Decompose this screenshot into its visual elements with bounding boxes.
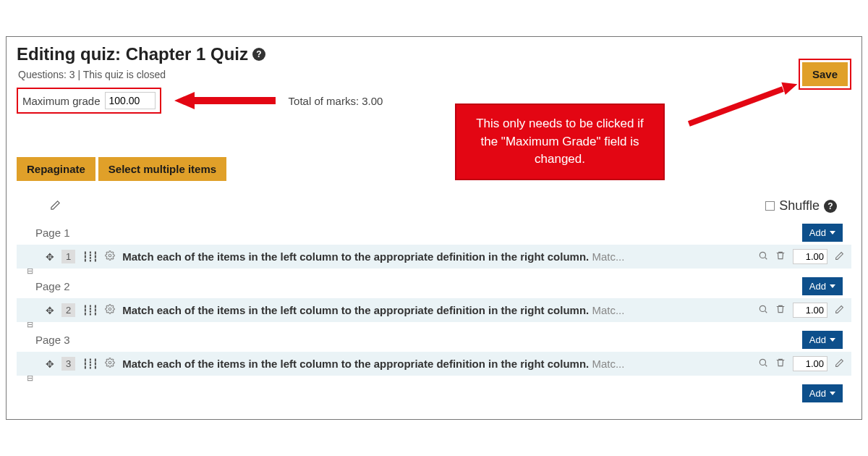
move-icon[interactable]: ✥ (46, 358, 54, 370)
question-number: 2 (61, 303, 75, 317)
question-row-actions (758, 356, 844, 371)
page-header: Page 3Add (17, 328, 851, 352)
question-text[interactable]: Match each of the items in the left colu… (122, 304, 751, 316)
page-title: Editing quiz: Chapter 1 Quiz (17, 44, 248, 64)
shuffle-checkbox[interactable] (765, 201, 775, 211)
svg-marker-0 (174, 92, 276, 109)
chevron-down-icon (830, 392, 835, 395)
pencil-icon[interactable] (835, 358, 844, 370)
repaginate-button[interactable]: Repaginate (17, 157, 95, 181)
save-button[interactable]: Save (802, 62, 848, 86)
max-grade-input[interactable] (105, 92, 156, 109)
add-button[interactable]: Add (802, 331, 843, 349)
add-button[interactable]: Add (802, 384, 843, 402)
annotation-callout: This only needs to be clicked if the "Ma… (455, 104, 665, 180)
pagebreak-icon[interactable]: ⊟ (27, 266, 33, 276)
mark-input[interactable] (793, 303, 827, 318)
total-marks: Total of marks: 3.00 (289, 95, 383, 107)
delete-icon[interactable] (775, 250, 786, 263)
question-row: ✥2┇┋┇Match each of the items in the left… (17, 298, 851, 322)
shuffle-group: Shuffle ? (765, 198, 837, 214)
max-grade-label: Maximum grade (22, 95, 101, 107)
gear-icon[interactable] (105, 358, 115, 370)
question-text[interactable]: Match each of the items in the left colu… (122, 250, 751, 263)
svg-point-7 (760, 359, 765, 365)
pagebreak-icon[interactable]: ⊟ (27, 373, 33, 383)
pencil-icon[interactable] (835, 251, 844, 263)
pencil-icon[interactable] (50, 200, 61, 213)
toolbar: Shuffle ? (17, 198, 851, 214)
page-header: Page 2Add (17, 274, 851, 298)
gear-icon[interactable] (105, 304, 115, 316)
select-multiple-button[interactable]: Select multiple items (98, 157, 226, 181)
svg-point-2 (109, 254, 111, 257)
chevron-down-icon (830, 231, 835, 235)
page-block: Page 1Add✥1┇┋┇Match each of the items in… (17, 221, 851, 269)
svg-point-4 (109, 308, 111, 311)
page-label: Page 3 (35, 334, 70, 346)
preview-icon[interactable] (758, 304, 768, 316)
save-highlight: Save (799, 59, 851, 90)
page-header: Page 1Add (17, 221, 851, 245)
question-row: ✥3┇┋┇Match each of the items in the left… (17, 352, 851, 376)
question-number: 1 (61, 250, 75, 263)
question-row-actions (758, 303, 844, 318)
delete-icon[interactable] (775, 304, 786, 316)
quiz-status: Questions: 3 | This quiz is closed (17, 69, 851, 80)
gear-icon[interactable] (105, 250, 115, 263)
svg-point-5 (760, 305, 765, 311)
page-label: Page 2 (35, 280, 70, 292)
question-text[interactable]: Match each of the items in the left colu… (122, 358, 751, 370)
title-row: Editing quiz: Chapter 1 Quiz ? (17, 44, 851, 64)
page-block: Page 3Add✥3┇┋┇Match each of the items in… (17, 328, 851, 376)
matching-type-icon: ┇┋┇ (82, 251, 98, 262)
final-add-row: Add (17, 381, 851, 402)
top-row: Maximum grade Total of marks: 3.00 (17, 88, 851, 114)
annotation-arrow-left (174, 92, 276, 109)
annotation-arrow-right (661, 109, 827, 138)
svg-point-3 (760, 252, 765, 258)
action-buttons: Repaginate Select multiple items (17, 157, 851, 181)
shuffle-label: Shuffle (779, 198, 820, 214)
add-button[interactable]: Add (802, 277, 843, 295)
pagebreak-icon[interactable]: ⊟ (27, 320, 33, 329)
chevron-down-icon (830, 284, 835, 288)
quiz-edit-frame: Editing quiz: Chapter 1 Quiz ? Questions… (6, 36, 862, 420)
question-row-actions (758, 249, 844, 264)
pencil-icon[interactable] (835, 305, 844, 316)
move-icon[interactable]: ✥ (46, 305, 54, 316)
delete-icon[interactable] (775, 358, 786, 370)
matching-type-icon: ┇┋┇ (82, 305, 98, 316)
page-block: Page 2Add✥2┇┋┇Match each of the items in… (17, 274, 851, 322)
matching-type-icon: ┇┋┇ (82, 358, 98, 369)
mark-input[interactable] (793, 249, 827, 264)
page-label: Page 1 (35, 227, 70, 239)
add-button[interactable]: Add (802, 224, 843, 242)
question-row: ✥1┇┋┇Match each of the items in the left… (17, 245, 851, 269)
preview-icon[interactable] (758, 250, 768, 263)
preview-icon[interactable] (758, 358, 768, 370)
mark-input[interactable] (793, 356, 827, 371)
chevron-down-icon (830, 338, 835, 342)
max-grade-group: Maximum grade (17, 88, 161, 114)
question-number: 3 (61, 357, 75, 371)
help-icon[interactable]: ? (252, 48, 265, 61)
svg-point-6 (109, 361, 111, 364)
move-icon[interactable]: ✥ (46, 251, 54, 263)
help-icon[interactable]: ? (824, 200, 837, 213)
pages-list: Page 1Add✥1┇┋┇Match each of the items in… (17, 221, 851, 376)
